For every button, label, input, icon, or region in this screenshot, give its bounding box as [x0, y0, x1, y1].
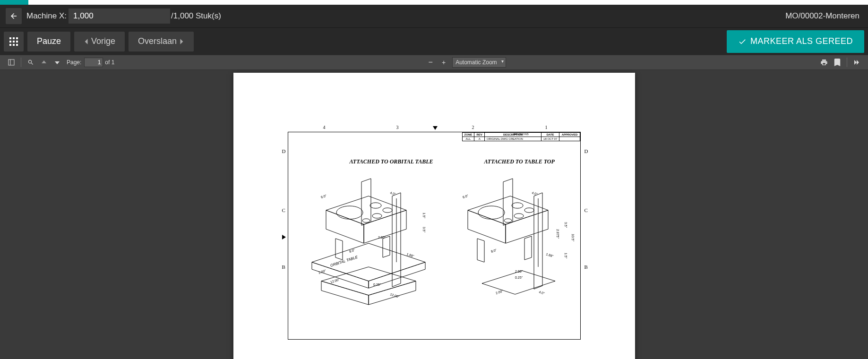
svg-text:10.5": 10.5": [571, 234, 575, 242]
svg-text:0.25": 0.25": [515, 276, 523, 279]
pdf-toggle-sidebar-button[interactable]: [5, 56, 18, 69]
pdf-toolbar: Page: of 1 − + Automatic Zoom: [0, 55, 868, 70]
table-row: ZONE REV DESCRIPTION DATE APPROVED: [462, 133, 580, 137]
pdf-print-button[interactable]: [817, 56, 831, 69]
drawing-ruler-top: 4 3 2 1: [288, 125, 581, 132]
app-accent: [0, 0, 28, 5]
svg-point-12: [370, 203, 381, 208]
ruler-mark: C: [282, 207, 285, 213]
mark-done-label: MARKEER ALS GEREED: [750, 36, 853, 46]
svg-rect-5: [16, 41, 18, 43]
ruler-mark: 2: [472, 125, 474, 130]
svg-text:0.25": 0.25": [373, 283, 381, 286]
svg-rect-2: [16, 37, 18, 39]
manufacturing-order-label: MO/00002-Monteren: [785, 11, 859, 21]
revisions-table: ZONE REV DESCRIPTION DATE APPROVED ALL A…: [462, 132, 580, 141]
rev-header: REV: [474, 133, 485, 137]
previous-button[interactable]: Vorige: [74, 32, 125, 51]
check-icon: [738, 37, 747, 46]
grid-icon: [9, 37, 18, 46]
pdf-zoom-in-button[interactable]: +: [437, 56, 450, 69]
pdf-find-button[interactable]: [24, 56, 37, 69]
svg-text:2.00": 2.00": [515, 270, 523, 273]
apps-grid-button[interactable]: [4, 32, 24, 51]
previous-label: Vorige: [91, 36, 115, 46]
ruler-mark: 4: [323, 125, 326, 130]
pdf-zoom-out-button[interactable]: −: [424, 56, 437, 69]
svg-text:6.0": 6.0": [462, 194, 469, 199]
svg-point-32: [514, 214, 524, 218]
plus-icon: +: [442, 59, 446, 66]
svg-rect-9: [9, 60, 14, 65]
svg-text:4.0": 4.0": [389, 191, 396, 196]
drawing-left-iso: 6.0" 4.0" 2.00" 8.0" 1.88" 0.25" 12.00" …: [298, 168, 439, 309]
rev-cell: [559, 137, 580, 141]
back-button[interactable]: [6, 8, 22, 24]
mark-done-button[interactable]: MARKEER ALS GEREED: [727, 30, 864, 53]
drawing-ruler-left: D C B: [281, 132, 288, 340]
table-row: ALL A ORIGINAL DWG CREATION 18 OCT 07: [462, 137, 580, 141]
chevron-double-right-icon: [853, 59, 860, 66]
svg-text:2.00": 2.00": [495, 289, 504, 295]
svg-text:1.5": 1.5": [564, 253, 567, 259]
drawing-ruler-right: D C B: [583, 132, 590, 340]
pdf-page: 4 3 2 1 D C B D C B REVISIONS ZON: [233, 73, 635, 359]
action-bar: Pauze Vorige Overslaan MARKEER ALS GEREE…: [0, 27, 868, 55]
svg-text:4.0": 4.0": [531, 191, 538, 196]
ruler-center-marker-icon: [433, 126, 438, 130]
ruler-mark: B: [282, 264, 285, 270]
svg-rect-1: [13, 37, 15, 39]
pdf-prev-page-button[interactable]: [37, 56, 51, 69]
ruler-center-marker-icon: [282, 235, 286, 239]
svg-text:12.00": 12.00": [330, 278, 340, 284]
pdf-next-page-button[interactable]: [51, 56, 64, 69]
rev-header: DESCRIPTION: [484, 133, 541, 137]
arrow-down-icon: [54, 60, 60, 65]
ruler-mark: 3: [396, 125, 399, 130]
pdf-viewport[interactable]: 4 3 2 1 D C B D C B REVISIONS ZON: [0, 70, 868, 359]
drawing-right-iso: 6.0" 4.0" 8.0" 1.88" 0.25" 2.00" 4.0" 3.…: [444, 168, 581, 309]
svg-text:3.5": 3.5": [564, 222, 567, 228]
svg-rect-7: [13, 44, 15, 46]
svg-rect-3: [9, 41, 11, 43]
header-bar: Machine X: /1,000 Stuk(s) MO/00002-Monte…: [0, 5, 868, 27]
pdf-tools-button[interactable]: [850, 56, 863, 69]
ruler-mark: D: [282, 148, 286, 154]
pdf-page-input[interactable]: [84, 58, 103, 67]
arrow-left-icon: [9, 12, 18, 20]
rev-cell: ALL: [462, 137, 474, 141]
svg-rect-8: [16, 44, 18, 46]
ruler-mark: B: [584, 264, 588, 270]
svg-point-30: [512, 203, 523, 208]
drawing-frame: REVISIONS ZONE REV DESCRIPTION DATE APPR…: [288, 132, 581, 340]
pdf-page-label: Page:: [67, 59, 81, 66]
revisions-block: REVISIONS ZONE REV DESCRIPTION DATE APPR…: [462, 132, 580, 136]
skip-button[interactable]: Overslaan: [129, 32, 194, 51]
svg-rect-6: [9, 44, 11, 46]
ruler-mark: C: [584, 207, 588, 213]
search-icon: [27, 59, 34, 66]
pdf-page-total: of 1: [105, 59, 114, 66]
svg-text:4.0": 4.0": [538, 290, 545, 295]
print-icon: [820, 59, 828, 66]
svg-text:3.5": 3.5": [422, 227, 426, 233]
pdf-bookmark-button[interactable]: [831, 56, 844, 69]
machine-label: Machine X:: [26, 11, 67, 21]
chevron-left-icon: [84, 38, 88, 45]
pdf-zoom-select[interactable]: Automatic Zoom: [452, 57, 506, 68]
svg-text:8.0": 8.0": [349, 248, 355, 253]
sidebar-icon: [8, 59, 15, 66]
svg-point-14: [372, 214, 382, 218]
svg-text:ORBITAL TABLE: ORBITAL TABLE: [329, 255, 358, 267]
svg-point-29: [478, 206, 505, 219]
svg-point-13: [383, 208, 392, 213]
svg-point-15: [362, 219, 370, 222]
minus-icon: −: [429, 58, 433, 67]
pause-button[interactable]: Pauze: [27, 32, 70, 51]
ruler-mark: D: [584, 148, 588, 154]
rev-cell: A: [474, 137, 485, 141]
svg-text:6.0": 6.0": [320, 194, 327, 199]
svg-point-31: [524, 208, 534, 213]
quantity-input[interactable]: [69, 9, 170, 24]
drawing-title-right: ATTACHED TO TABLE TOP: [484, 158, 555, 165]
